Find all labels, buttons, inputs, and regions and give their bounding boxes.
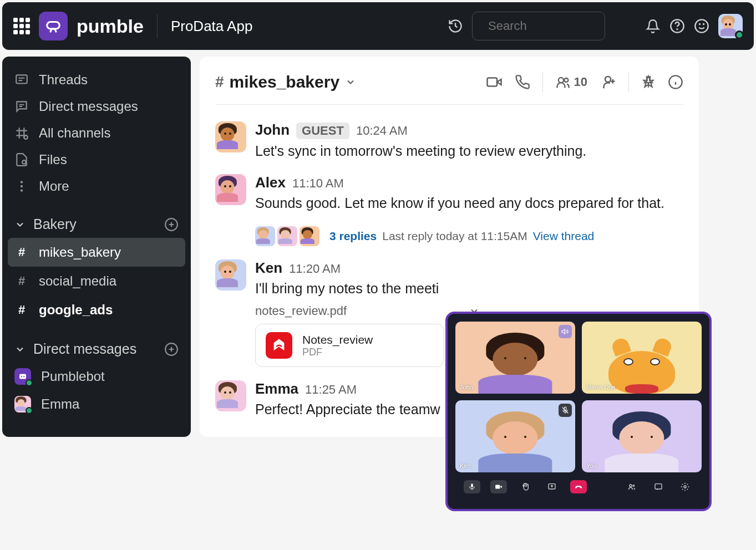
section-bakery-header[interactable]: Bakery xyxy=(8,211,185,238)
raise-hand-button[interactable] xyxy=(517,480,534,493)
thread-info[interactable]: 3 replies Last reply today at 11:15AM Vi… xyxy=(255,226,683,246)
workspace-name[interactable]: ProData App xyxy=(171,18,252,35)
svg-point-17 xyxy=(23,376,24,377)
settings-button[interactable] xyxy=(677,480,693,493)
channel-mikes-bakery[interactable]: # mikes_bakery xyxy=(8,238,185,267)
sidebar-nav-files[interactable]: Files xyxy=(8,146,185,173)
pin-icon[interactable] xyxy=(641,75,656,89)
notifications-icon[interactable] xyxy=(645,18,661,34)
participant-name: You xyxy=(586,462,597,469)
brand-name: pumble xyxy=(77,16,144,37)
message-avatar[interactable] xyxy=(215,174,246,205)
message-text: I'll bring my notes to the meeti xyxy=(255,279,683,298)
message-avatar[interactable] xyxy=(215,121,246,152)
nav-label: Direct messages xyxy=(39,99,138,114)
pumble-logo-icon[interactable] xyxy=(39,12,68,40)
chevron-down-icon xyxy=(14,219,26,230)
call-participant-tile[interactable]: Ken xyxy=(455,400,575,472)
svg-rect-15 xyxy=(19,374,26,379)
history-icon[interactable] xyxy=(448,18,463,34)
svg-point-11 xyxy=(21,185,23,187)
nav-label: More xyxy=(39,179,69,194)
message-author[interactable]: Emma xyxy=(255,380,298,398)
nav-label: Threads xyxy=(39,72,88,88)
search-input[interactable] xyxy=(488,19,641,33)
message-author[interactable]: Ken xyxy=(255,259,282,277)
svg-point-9 xyxy=(22,160,26,164)
dm-emma[interactable]: Emma xyxy=(8,390,185,418)
message-time: 11:25 AM xyxy=(305,383,357,397)
call-participant-tile[interactable]: You xyxy=(582,400,702,472)
svg-rect-7 xyxy=(16,75,27,83)
add-member-icon[interactable] xyxy=(600,74,616,90)
more-icon xyxy=(14,179,29,193)
dm-name: Pumblebot xyxy=(41,369,105,384)
svg-point-16 xyxy=(21,376,22,377)
channel-social-media[interactable]: # social_media xyxy=(8,267,185,296)
members-icon xyxy=(555,74,571,90)
svg-point-10 xyxy=(21,181,23,183)
participant-name: Ken xyxy=(460,462,471,469)
call-participant-tile[interactable]: John xyxy=(455,322,575,394)
apps-grid-icon[interactable] xyxy=(13,18,30,34)
dm-pumblebot[interactable]: Pumblebot xyxy=(8,363,185,390)
hash-icon: # xyxy=(14,245,29,259)
call-participant-tile[interactable]: Meow Doe xyxy=(582,322,702,394)
section-dm-header[interactable]: Direct messages xyxy=(8,335,185,363)
participants-button[interactable] xyxy=(623,480,640,493)
user-avatar[interactable] xyxy=(718,14,743,38)
speaker-icon xyxy=(559,325,572,338)
message-author[interactable]: Alex xyxy=(255,174,286,191)
help-icon[interactable] xyxy=(669,18,685,34)
message-avatar[interactable] xyxy=(215,259,246,291)
message-avatar[interactable] xyxy=(215,380,246,411)
pdf-icon xyxy=(266,332,292,359)
info-icon[interactable] xyxy=(668,74,683,90)
video-call-window[interactable]: John Meow Doe Ken You xyxy=(445,312,712,511)
svg-rect-18 xyxy=(487,78,497,86)
video-call-icon[interactable] xyxy=(486,74,503,90)
nav-label: All channels xyxy=(39,125,110,141)
sidebar-nav-dm[interactable]: Direct messages xyxy=(8,93,185,120)
svg-point-3 xyxy=(677,29,677,29)
channel-google-ads[interactable]: # google_ads xyxy=(8,296,185,324)
sidebar-nav-threads[interactable]: Threads xyxy=(8,67,185,93)
attachment-card[interactable]: Notes_review PDF xyxy=(255,324,444,367)
divider xyxy=(157,14,158,38)
sidebar-nav-more[interactable]: More xyxy=(8,173,185,200)
top-bar: pumble ProData App xyxy=(2,2,754,50)
svg-point-6 xyxy=(703,24,704,24)
emoji-icon[interactable] xyxy=(694,18,709,34)
message-author[interactable]: John xyxy=(255,121,290,139)
chat-button[interactable] xyxy=(650,480,667,493)
svg-point-8 xyxy=(24,135,28,139)
camera-button[interactable] xyxy=(490,480,507,493)
message-text: Sounds good. Let me know if you need any… xyxy=(255,193,683,213)
files-icon xyxy=(14,152,29,167)
hash-icon: # xyxy=(215,73,224,91)
participant-name: Meow Doe xyxy=(586,384,616,390)
message-time: 11:10 AM xyxy=(292,176,344,191)
member-count[interactable]: 10 xyxy=(555,74,587,90)
svg-rect-29 xyxy=(655,484,662,489)
channel-title-button[interactable]: # mikes_bakery xyxy=(215,73,356,91)
search-box[interactable] xyxy=(472,12,605,40)
message: John GUEST 10:24 AM Let's sync in tomorr… xyxy=(215,115,683,167)
channel-header: # mikes_bakery 10 xyxy=(215,68,683,105)
message: Alex 11:10 AM Sounds good. Let me know i… xyxy=(215,167,683,253)
view-thread-link[interactable]: View thread xyxy=(533,230,595,243)
guest-badge: GUEST xyxy=(296,123,349,139)
end-call-button[interactable] xyxy=(570,480,587,493)
bot-avatar xyxy=(14,368,31,385)
sidebar-nav-channels[interactable]: All channels xyxy=(8,120,185,146)
reply-count[interactable]: 3 replies xyxy=(329,230,377,243)
add-dm-icon[interactable] xyxy=(164,342,179,357)
user-avatar xyxy=(14,396,31,412)
audio-call-icon[interactable] xyxy=(515,74,530,90)
dm-icon xyxy=(14,99,29,114)
presence-indicator xyxy=(735,30,744,39)
add-channel-icon[interactable] xyxy=(164,217,179,232)
threads-icon xyxy=(14,73,29,87)
share-screen-button[interactable] xyxy=(544,480,560,493)
mic-button[interactable] xyxy=(464,480,480,493)
